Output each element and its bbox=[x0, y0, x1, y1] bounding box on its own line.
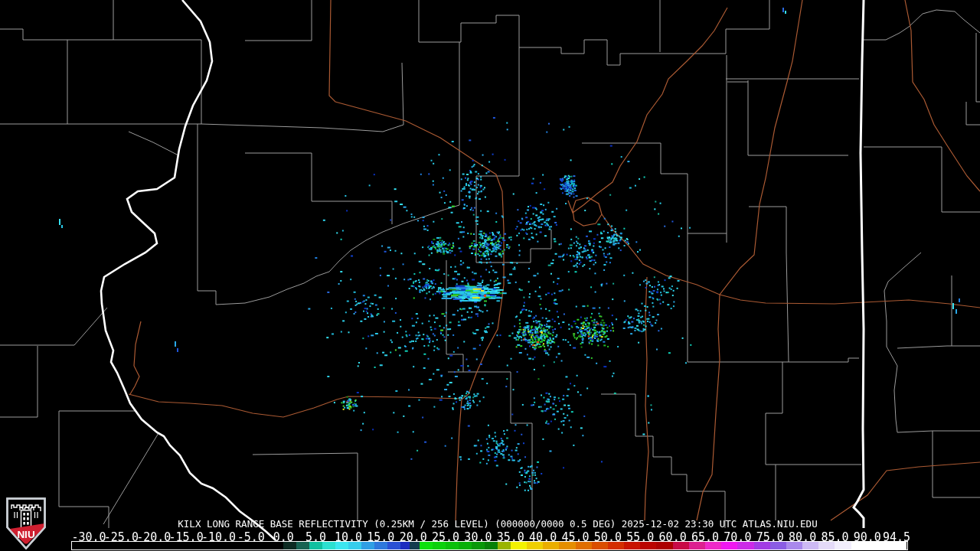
colorbar-segment bbox=[689, 542, 705, 549]
colorbar-segment bbox=[283, 542, 296, 549]
reflectivity-colorbar bbox=[71, 541, 908, 550]
colorbar-segment bbox=[673, 542, 689, 549]
colorbar-segment bbox=[335, 542, 348, 549]
colorbar-segment bbox=[446, 542, 459, 549]
colorbar-segment bbox=[818, 542, 835, 549]
colorbar-segment bbox=[472, 542, 485, 549]
colorbar-segment bbox=[802, 542, 818, 549]
colorbar-segment bbox=[543, 542, 559, 549]
colorbar-segment bbox=[770, 542, 786, 549]
colorbar-segment bbox=[72, 542, 283, 549]
colorbar-segment bbox=[361, 542, 374, 549]
colorbar-segment bbox=[737, 542, 753, 549]
colorbar-segment bbox=[721, 542, 737, 549]
radar-product-page: KILX LONG RANGE BASE REFLECTIVITY (0.25K… bbox=[0, 0, 980, 551]
colorbar-segment bbox=[485, 542, 498, 549]
product-title: KILX LONG RANGE BASE REFLECTIVITY (0.25K… bbox=[178, 518, 817, 530]
colorbar-segment bbox=[851, 542, 906, 549]
colorbar-segment bbox=[296, 542, 309, 549]
colorbar-segment bbox=[374, 542, 387, 549]
castle-window-icon bbox=[27, 522, 29, 525]
colorbar-segment bbox=[309, 542, 322, 549]
colorbar-segment bbox=[387, 542, 400, 549]
colorbar-segment bbox=[592, 542, 608, 549]
colorbar-segment bbox=[322, 542, 335, 549]
colorbar-segment bbox=[433, 542, 446, 549]
colorbar-segment bbox=[559, 542, 575, 549]
colorbar-segment bbox=[348, 542, 361, 549]
castle-window-icon bbox=[27, 517, 29, 520]
colorbar-segment bbox=[459, 542, 472, 549]
castle-window-icon bbox=[23, 522, 25, 525]
colorbar-segment bbox=[420, 542, 433, 549]
colorbar-segment bbox=[527, 542, 543, 549]
colorbar-segment bbox=[656, 542, 672, 549]
colorbar-segment bbox=[705, 542, 721, 549]
radar-map bbox=[0, 0, 980, 551]
castle-window-icon bbox=[23, 513, 25, 516]
colorbar-segment bbox=[754, 542, 770, 549]
niu-logo-text: NIU bbox=[17, 529, 34, 540]
niu-logo: NIU bbox=[6, 497, 46, 549]
colorbar-segment bbox=[624, 542, 640, 549]
colorbar-segment bbox=[410, 542, 420, 549]
colorbar-segment bbox=[640, 542, 656, 549]
colorbar-segment bbox=[786, 542, 802, 549]
colorbar-segment bbox=[835, 542, 851, 549]
colorbar-segment bbox=[498, 542, 511, 549]
colorbar-segment bbox=[576, 542, 592, 549]
colorbar-segment bbox=[400, 542, 410, 549]
castle-window-icon bbox=[23, 517, 25, 520]
colorbar-segment bbox=[608, 542, 624, 549]
castle-window-icon bbox=[27, 513, 29, 516]
colorbar-segment bbox=[511, 542, 527, 549]
